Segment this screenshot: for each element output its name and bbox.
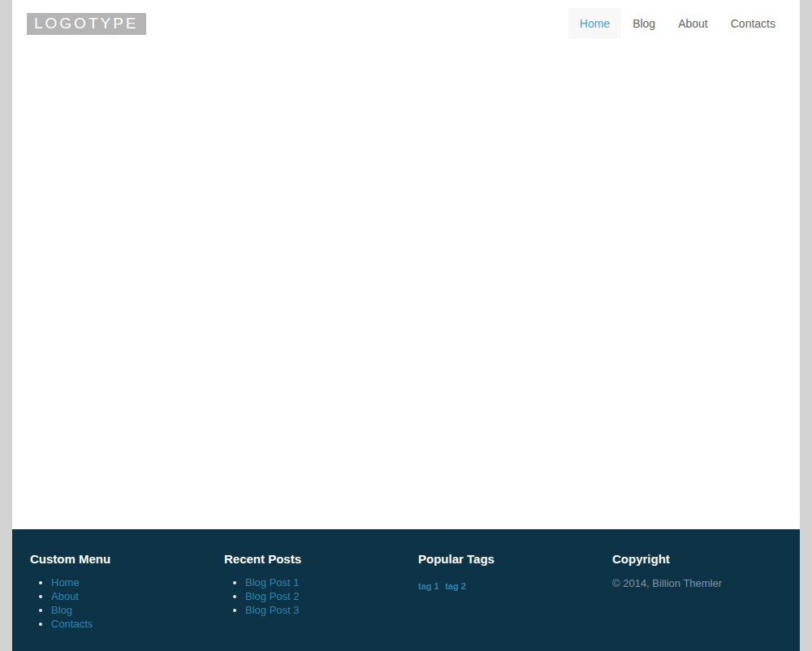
tag-link-2[interactable]: tag 2 [445, 581, 466, 591]
list-item: Blog Post 1 [245, 576, 394, 589]
custom-menu-list: Home About Blog Contacts [30, 576, 200, 631]
tag-link-1[interactable]: tag 1 [418, 581, 439, 591]
footer-link-blog-post-3[interactable]: Blog Post 3 [245, 604, 300, 616]
copyright-text: © 2014, Billion Themler [612, 576, 782, 589]
list-item: Blog [51, 603, 200, 617]
list-item: Blog Post 2 [245, 589, 394, 603]
recent-posts-list: Blog Post 1 Blog Post 2 Blog Post 3 [224, 576, 394, 617]
footer-link-contacts[interactable]: Contacts [51, 618, 93, 630]
footer-link-blog-post-2[interactable]: Blog Post 2 [245, 590, 300, 602]
page: LOGOTYPE Home Blog About Contacts Custom… [12, 0, 800, 651]
logo[interactable]: LOGOTYPE [27, 13, 146, 35]
list-item: Home [51, 576, 200, 589]
footer-column-recent-posts: Recent Posts Blog Post 1 Blog Post 2 Blo… [212, 552, 406, 651]
footer-heading-copyright: Copyright [612, 552, 782, 566]
nav-item-about[interactable]: About [667, 8, 719, 39]
footer-heading-popular-tags: Popular Tags [418, 552, 588, 566]
footer-heading-custom-menu: Custom Menu [30, 552, 200, 566]
nav-item-home[interactable]: Home [568, 8, 621, 39]
footer-column-popular-tags: Popular Tags tag 1 tag 2 [406, 552, 600, 651]
tag-cloud: tag 1 tag 2 [418, 576, 588, 593]
footer-column-custom-menu: Custom Menu Home About Blog Contacts [18, 552, 212, 651]
main-nav: Home Blog About Contacts [568, 8, 787, 39]
site-header: LOGOTYPE Home Blog About Contacts [12, 0, 800, 47]
list-item: About [51, 589, 200, 603]
footer-column-copyright: Copyright © 2014, Billion Themler [600, 552, 794, 651]
site-footer: Custom Menu Home About Blog Contacts Rec… [12, 529, 800, 651]
list-item: Blog Post 3 [245, 603, 394, 617]
nav-item-contacts[interactable]: Contacts [719, 8, 787, 39]
footer-link-about[interactable]: About [51, 590, 79, 602]
footer-link-blog-post-1[interactable]: Blog Post 1 [245, 576, 300, 588]
footer-heading-recent-posts: Recent Posts [224, 552, 394, 566]
nav-item-blog[interactable]: Blog [621, 8, 667, 39]
list-item: Contacts [51, 617, 200, 631]
main-content [12, 47, 800, 529]
footer-link-home[interactable]: Home [51, 576, 80, 588]
footer-link-blog[interactable]: Blog [51, 604, 72, 616]
